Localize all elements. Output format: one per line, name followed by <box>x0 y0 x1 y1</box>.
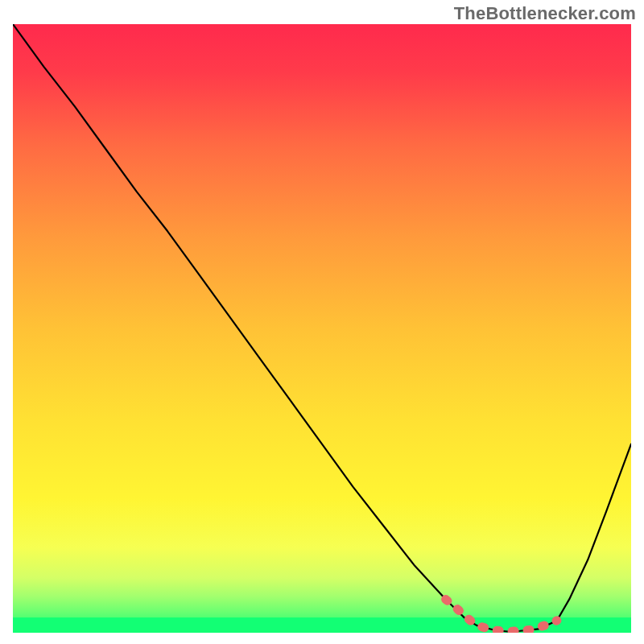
chart-canvas: TheBottlenecker.com <box>0 0 644 644</box>
gradient-background <box>13 24 631 633</box>
watermark-text: TheBottlenecker.com <box>454 3 636 24</box>
plot-svg <box>13 24 631 633</box>
bottleneck-plot <box>13 24 631 633</box>
